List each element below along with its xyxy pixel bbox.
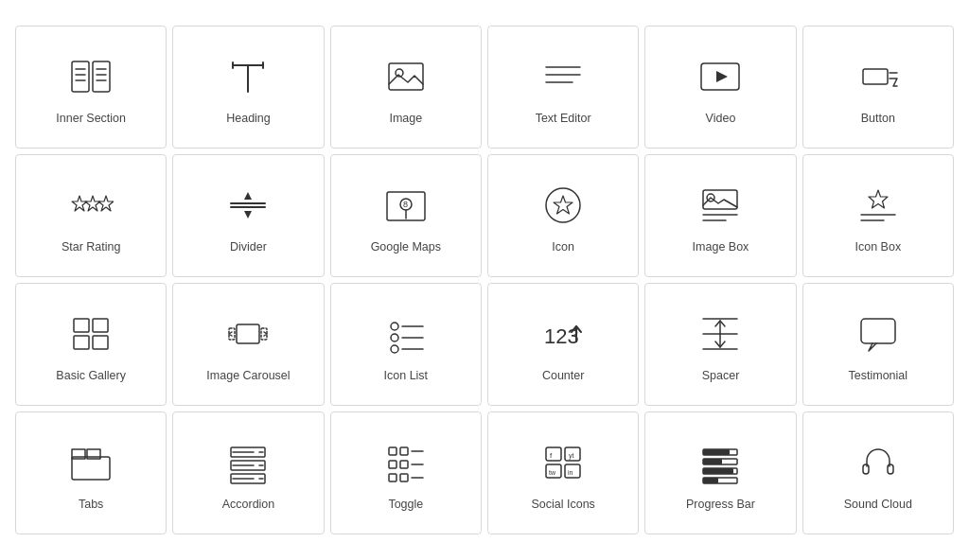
svg-rect-81	[400, 474, 408, 481]
icon-box-label: Icon Box	[855, 239, 902, 254]
widget-icon[interactable]: Icon	[487, 154, 639, 277]
counter-icon: 123	[538, 309, 588, 359]
svg-marker-27	[244, 211, 252, 219]
widget-video[interactable]: Video	[644, 26, 796, 149]
svg-marker-38	[869, 190, 888, 208]
widget-grid: Inner Section Heading Image	[15, 26, 954, 534]
widget-tabs[interactable]: Tabs	[15, 411, 167, 534]
text-editor-label: Text Editor	[536, 111, 591, 126]
image-icon	[381, 52, 431, 101]
svg-point-50	[391, 334, 398, 341]
sound-cloud-label: Sound Cloud	[844, 497, 912, 512]
svg-rect-61	[861, 319, 895, 343]
svg-rect-19	[863, 69, 888, 84]
svg-marker-33	[554, 196, 573, 214]
svg-point-52	[391, 345, 398, 353]
divider-label: Divider	[230, 239, 267, 254]
svg-rect-62	[72, 457, 110, 480]
svg-text:yt: yt	[569, 452, 574, 460]
heading-label: Heading	[226, 111, 271, 126]
svg-rect-43	[74, 336, 89, 349]
divider-icon	[223, 181, 273, 230]
svg-rect-45	[237, 324, 259, 343]
spacer-icon	[696, 309, 745, 359]
svg-rect-74	[389, 447, 396, 455]
button-icon	[854, 52, 903, 101]
testimonial-label: Testimonial	[849, 368, 908, 383]
svg-rect-98	[703, 478, 718, 483]
svg-marker-24	[244, 192, 252, 200]
svg-rect-100	[888, 464, 893, 474]
svg-rect-78	[400, 461, 408, 468]
basic-gallery-label: Basic Gallery	[56, 368, 126, 383]
widget-icon-box[interactable]: Icon Box	[802, 154, 954, 277]
svg-rect-95	[703, 449, 730, 455]
widget-testimonial[interactable]: Testimonial	[802, 283, 954, 406]
widget-inner-section[interactable]: Inner Section	[15, 26, 167, 149]
svg-rect-96	[703, 459, 722, 464]
widget-sound-cloud[interactable]: Sound Cloud	[802, 411, 954, 534]
icon-list-label: Icon List	[384, 368, 429, 383]
accordion-label: Accordion	[222, 497, 275, 512]
svg-rect-41	[74, 319, 89, 332]
svg-marker-22	[85, 196, 100, 211]
svg-rect-99	[863, 464, 869, 474]
sound-cloud-icon	[854, 438, 903, 487]
counter-label: Counter	[542, 368, 584, 383]
icon-label: Icon	[552, 239, 574, 254]
svg-marker-23	[98, 196, 114, 211]
svg-point-48	[391, 323, 398, 330]
svg-text:8: 8	[403, 200, 408, 209]
widget-counter[interactable]: 123 Counter	[487, 283, 639, 406]
svg-rect-80	[389, 474, 396, 481]
widget-basic-gallery[interactable]: Basic Gallery	[15, 283, 167, 406]
video-label: Video	[706, 111, 736, 126]
widget-spacer[interactable]: Spacer	[644, 283, 796, 406]
svg-rect-83	[546, 447, 561, 461]
widget-google-maps[interactable]: 8 Google Maps	[330, 154, 482, 277]
svg-text:tw: tw	[549, 469, 556, 476]
social-icons-label: Social Icons	[531, 497, 594, 512]
icon-box-icon	[854, 181, 903, 230]
inner-section-icon	[66, 52, 115, 101]
svg-rect-0	[72, 61, 89, 92]
inner-section-label: Inner Section	[56, 111, 126, 126]
image-box-icon	[696, 181, 745, 230]
svg-text:f: f	[550, 451, 553, 460]
svg-text:in: in	[568, 469, 573, 476]
widget-image-carousel[interactable]: Image Carousel	[172, 283, 324, 406]
toggle-icon	[381, 438, 431, 487]
widget-image-box[interactable]: Image Box	[644, 154, 796, 277]
widget-icon-list[interactable]: Icon List	[330, 283, 482, 406]
svg-rect-44	[93, 336, 108, 349]
svg-text:123: 123	[544, 324, 579, 348]
widget-heading[interactable]: Heading	[172, 26, 324, 149]
svg-rect-1	[93, 61, 110, 92]
widget-image[interactable]: Image	[330, 26, 482, 149]
svg-rect-75	[400, 447, 408, 455]
google-maps-icon: 8	[381, 181, 431, 230]
icon-list-icon	[381, 309, 431, 359]
video-icon	[696, 52, 745, 101]
widget-accordion[interactable]: Accordion	[172, 411, 324, 534]
testimonial-icon	[854, 309, 903, 359]
widget-text-editor[interactable]: Text Editor	[487, 26, 639, 149]
tabs-label: Tabs	[79, 497, 103, 512]
widget-toggle[interactable]: Toggle	[330, 411, 482, 534]
star-rating-icon	[66, 181, 115, 230]
text-editor-icon	[538, 52, 588, 101]
image-box-label: Image Box	[693, 239, 749, 254]
widget-button[interactable]: Button	[802, 26, 954, 149]
star-rating-label: Star Rating	[62, 239, 121, 254]
image-carousel-icon	[223, 309, 273, 359]
widget-star-rating[interactable]: Star Rating	[15, 154, 167, 277]
image-carousel-label: Image Carousel	[206, 368, 290, 383]
google-maps-label: Google Maps	[371, 239, 441, 254]
basic-gallery-icon	[66, 309, 115, 359]
widget-divider[interactable]: Divider	[172, 154, 324, 277]
widget-social-icons[interactable]: f yt tw in Social Icons	[487, 411, 639, 534]
svg-rect-97	[703, 468, 733, 474]
widget-progress-bar[interactable]: Progress Bar	[644, 411, 796, 534]
svg-point-32	[546, 188, 580, 222]
heading-icon	[223, 52, 273, 101]
